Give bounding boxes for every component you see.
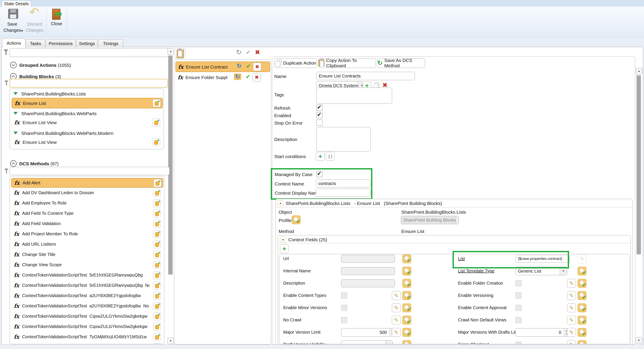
save-as-dcs-method-button[interactable]: ↻ Save As DCS Method (377, 58, 425, 68)
description-textarea[interactable] (316, 127, 371, 151)
toolbar-delete-icon[interactable]: ✖ (255, 49, 260, 55)
add-action-button[interactable]: + (153, 251, 161, 259)
tree-item[interactable]: fxEnsure List View+ (12, 137, 162, 147)
add-action-button[interactable]: + (152, 138, 160, 146)
pencil-edit-button[interactable]: ✎ (567, 340, 576, 344)
stamp-check-icon[interactable]: ✔ (402, 340, 411, 344)
building-blocks-header[interactable]: Building Blocks (3) (19, 74, 61, 79)
dcs-method-item[interactable]: fxAdd Employee To Role+ (11, 199, 162, 207)
dcs-method-item[interactable]: fxContextTokenValidationScriptTest_TyGMj… (11, 332, 162, 341)
building-blocks-filter-input[interactable] (10, 79, 168, 88)
add-action-button[interactable]: + (153, 240, 161, 248)
add-action-button[interactable]: + (153, 292, 161, 300)
stamp-check-icon[interactable]: ✔ (578, 267, 586, 276)
stamp-check-icon[interactable]: ✔ (578, 316, 586, 325)
add-action-button[interactable]: + (153, 189, 161, 197)
action-delete-button[interactable]: ✖ (252, 73, 261, 81)
grouped-actions-header[interactable]: Grouped Actions (1055) (19, 63, 71, 67)
detail-scroll-up-button[interactable] (636, 68, 642, 74)
dcs-method-item[interactable]: fxContextTokenValidationScriptTest_CqxwZ… (11, 322, 162, 331)
dcs-method-item[interactable]: fxAdd Alert+ (11, 178, 163, 188)
dcs-methods-filter-input[interactable] (10, 167, 170, 175)
duplicate-action-button[interactable]: Duplicate Action (274, 58, 317, 68)
action-refresh-icon[interactable]: ↻ (234, 73, 241, 80)
add-action-button[interactable]: + (153, 313, 161, 320)
toolbar-check-icon[interactable]: ✔ (246, 49, 251, 55)
add-action-button[interactable]: + (153, 302, 161, 310)
tree-expander-icon[interactable] (13, 112, 18, 115)
method-section-collapse-button[interactable] (277, 200, 284, 206)
add-action-button[interactable]: + (153, 261, 161, 269)
tab-actions[interactable]: Actions (2, 38, 26, 48)
profile-stamp-button[interactable]: ✔ (292, 215, 300, 224)
toolbar-refresh-icon[interactable]: ↻ (236, 49, 242, 56)
pencil-edit-button[interactable]: ✎ (567, 291, 576, 300)
dcs-methods-collapse-icon[interactable] (10, 160, 17, 167)
action-refresh-icon[interactable]: ↻ (236, 63, 242, 69)
start-condition-braces-button[interactable]: { } (326, 152, 335, 161)
actions-filter-input[interactable] (10, 48, 170, 57)
pencil-edit-button[interactable]: ✎ (392, 291, 401, 300)
action-check-icon[interactable]: ✔ (246, 63, 251, 69)
stamp-check-icon[interactable]: ✔ (402, 328, 411, 337)
tab-tasks[interactable]: Tasks (26, 39, 45, 47)
copy-action-to-clipboard-button[interactable]: Copy Action To Clipboard (318, 58, 376, 68)
dcs-method-item[interactable]: fxChange View Scope+ (11, 260, 162, 269)
dcs-method-item[interactable]: fxAdd URL Listitem+ (11, 240, 162, 249)
stamp-check-icon[interactable]: ✔ (578, 291, 586, 300)
add-action-button[interactable]: + (153, 199, 161, 207)
stop-on-error-checkbox[interactable] (316, 120, 322, 126)
state-action-item[interactable]: fxEnsure Folder Suppliers↻✔✖ (176, 72, 269, 82)
dcs-method-item[interactable]: fxAdd Field To Content Type+ (11, 209, 162, 218)
tree-expander-icon[interactable] (13, 132, 18, 134)
pencil-edit-button[interactable]: ✎ (567, 328, 576, 337)
action-check-icon[interactable]: ✔ (246, 74, 250, 79)
dcs-method-item[interactable]: fxAdd Field Validation+ (11, 219, 162, 228)
dcs-method-item[interactable]: fxContextTokenValidationScriptTest_a2UY8… (11, 302, 162, 310)
add-action-button[interactable]: + (152, 118, 160, 126)
close-button[interactable]: Close (48, 8, 65, 36)
pencil-edit-button[interactable]: ✎ (578, 254, 586, 263)
action-delete-button[interactable]: ✖ (253, 63, 261, 71)
add-start-condition-button[interactable]: + (316, 152, 325, 161)
add-action-button[interactable]: + (153, 210, 161, 217)
pencil-edit-button[interactable]: ✎ (567, 279, 576, 288)
left-scroll-up-button[interactable] (167, 48, 174, 55)
pencil-edit-button[interactable]: ✎ (567, 316, 576, 325)
managed-by-case-checkbox[interactable] (316, 171, 322, 177)
dcs-methods-header[interactable]: DCS Methods (97) (19, 161, 59, 166)
name-input[interactable]: Ensure List Contracts (316, 72, 415, 80)
stamp-check-icon[interactable]: ✔ (402, 291, 411, 300)
add-action-button[interactable]: + (154, 179, 162, 187)
dcs-method-item[interactable]: fxContextTokenValidationScriptTest_CqxwZ… (11, 312, 162, 321)
tab-timings[interactable]: Timings (98, 39, 123, 47)
dcs-method-item[interactable]: fxContextTokenValidationScriptTest_5rE1h… (11, 271, 162, 279)
field-spinner[interactable]: 0 (516, 328, 569, 337)
dcs-method-item[interactable]: fxContextTokenValidationScriptTest_5rE1h… (11, 281, 162, 290)
detail-scrollbar-thumb[interactable] (636, 75, 641, 254)
pencil-edit-button[interactable]: ✎ (392, 328, 401, 337)
tags-textarea[interactable] (316, 88, 392, 104)
add-action-button[interactable]: + (153, 220, 161, 228)
stamp-check-icon[interactable]: ✔ (402, 316, 411, 325)
stamp-check-icon[interactable]: ✔ (578, 328, 586, 337)
refresh-checkbox[interactable] (316, 105, 322, 111)
enabled-checkbox[interactable] (316, 112, 322, 118)
grouped-actions-collapse-icon[interactable] (10, 62, 17, 68)
add-context-field-button[interactable]: + (280, 244, 289, 253)
stamp-check-icon[interactable]: ✔ (578, 304, 586, 312)
detail-scroll-down-button[interactable] (636, 337, 642, 344)
paste-action-button[interactable] (175, 48, 185, 58)
stamp-check-icon[interactable]: ✔ (578, 340, 586, 344)
tree-item[interactable]: fxEnsure List+ (12, 98, 163, 108)
save-dropdown-caret[interactable] (21, 30, 23, 32)
add-action-button[interactable]: + (153, 343, 161, 344)
add-action-button[interactable]: + (153, 282, 161, 290)
add-action-button[interactable]: + (153, 333, 161, 341)
add-action-button[interactable]: + (153, 99, 160, 107)
stamp-check-icon[interactable]: ✔ (402, 254, 411, 263)
pencil-edit-button[interactable]: ✎ (392, 304, 401, 312)
remove-tag-icon[interactable]: ✖ (382, 82, 388, 88)
add-action-button[interactable]: + (153, 271, 161, 279)
context-display-name-input[interactable] (316, 189, 371, 197)
